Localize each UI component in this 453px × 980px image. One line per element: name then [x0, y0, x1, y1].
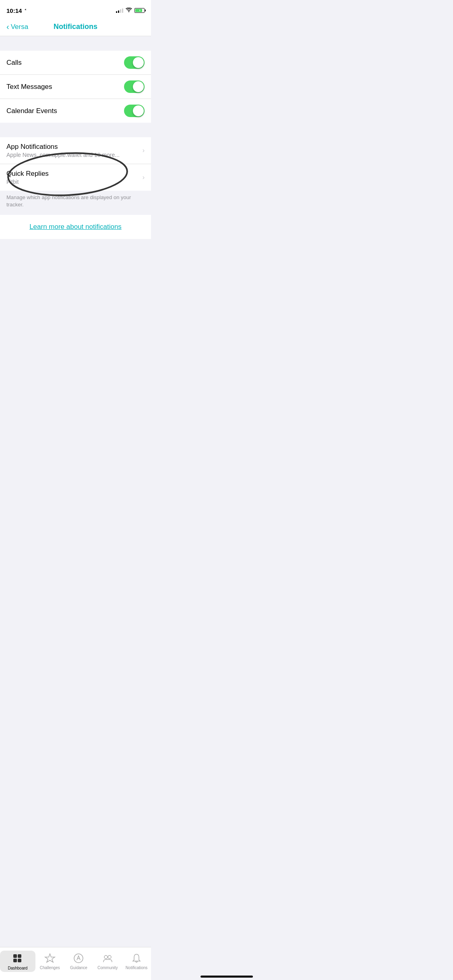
calls-toggle-knob	[133, 57, 144, 68]
app-notifications-content: App Notifications Apple News, com.apple.…	[6, 143, 139, 158]
toggle-section: Calls Text Messages Calendar Events	[0, 51, 151, 123]
quick-replies-chevron: ›	[143, 174, 145, 181]
app-notifications-chevron: ›	[143, 147, 145, 154]
status-icons	[116, 8, 145, 14]
quick-replies-subtitle: Fitbit	[6, 179, 139, 185]
quick-replies-title: Quick Replies	[6, 170, 139, 178]
app-section-wrapper: App Notifications Apple News, com.apple.…	[0, 137, 151, 215]
nav-bar: ‹ Versa Notifications	[0, 18, 151, 36]
calls-row: Calls	[0, 51, 151, 75]
status-bar: 10:14	[0, 0, 151, 18]
calendar-events-toggle[interactable]	[124, 105, 145, 117]
page-title: Notifications	[54, 23, 97, 31]
status-time: 10:14	[6, 7, 27, 14]
learn-more-link[interactable]: Learn more about notifications	[29, 223, 122, 231]
bottom-fill	[0, 239, 151, 319]
signal-bar-3	[120, 9, 121, 13]
back-label: Versa	[11, 23, 28, 31]
calls-toggle[interactable]	[124, 56, 145, 69]
nav-section: App Notifications Apple News, com.apple.…	[0, 137, 151, 191]
section-gap-mid	[0, 123, 151, 137]
back-chevron-icon: ‹	[6, 23, 9, 31]
app-notifications-row[interactable]: App Notifications Apple News, com.apple.…	[0, 137, 151, 164]
section-gap-top	[0, 36, 151, 51]
signal-bars	[116, 8, 123, 13]
battery-icon	[134, 8, 145, 13]
calendar-events-label: Calendar Events	[6, 107, 57, 115]
wifi-icon	[126, 8, 132, 14]
text-messages-row: Text Messages	[0, 75, 151, 99]
app-notifications-title: App Notifications	[6, 143, 139, 151]
text-messages-toggle[interactable]	[124, 80, 145, 93]
app-notifications-subtitle: Apple News, com.apple.wallet and 10 more…	[6, 152, 139, 158]
signal-bar-1	[116, 11, 117, 13]
quick-replies-content: Quick Replies Fitbit	[6, 170, 139, 185]
quick-replies-row[interactable]: Quick Replies Fitbit ›	[0, 164, 151, 191]
text-messages-label: Text Messages	[6, 83, 52, 91]
signal-bar-4	[122, 8, 123, 13]
signal-bar-2	[118, 10, 119, 13]
learn-more-section: Learn more about notifications	[0, 215, 151, 239]
calendar-events-toggle-knob	[133, 105, 144, 116]
text-messages-toggle-knob	[133, 81, 144, 92]
section-footer: Manage which app notifications are displ…	[0, 191, 151, 215]
calendar-events-row: Calendar Events	[0, 99, 151, 123]
location-icon	[23, 8, 27, 12]
calls-label: Calls	[6, 59, 22, 67]
back-button[interactable]: ‹ Versa	[6, 23, 28, 31]
